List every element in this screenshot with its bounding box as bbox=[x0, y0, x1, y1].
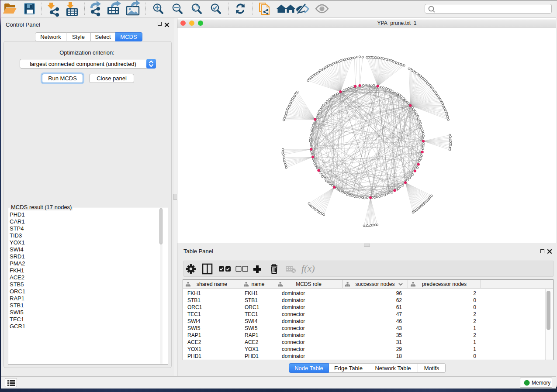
svg-text:f(x): f(x) bbox=[301, 263, 315, 274]
